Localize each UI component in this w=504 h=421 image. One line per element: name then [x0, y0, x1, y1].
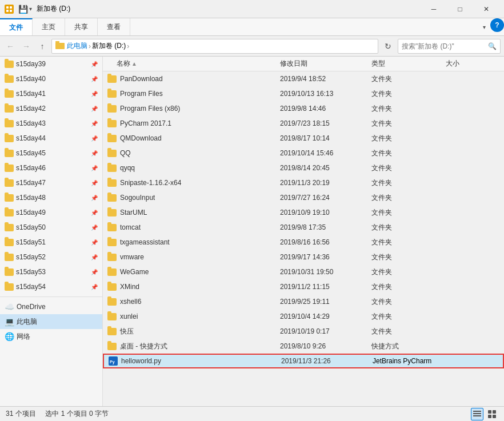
- sidebar-item-s15day40[interactable]: s15day40📌: [0, 71, 102, 86]
- table-row[interactable]: QQ 2019/10/14 15:46 文件夹: [103, 146, 504, 161]
- file-name: Program Files (x86): [120, 105, 180, 113]
- sidebar-label: s15day39: [16, 60, 89, 68]
- sidebar-item-s15day48[interactable]: s15day48📌: [0, 190, 102, 205]
- file-list-header: 名称 ▲ 修改日期 类型 大小: [103, 57, 504, 71]
- maximize-button[interactable]: □: [447, 0, 473, 18]
- table-row[interactable]: qyqq 2019/8/14 20:45 文件夹: [103, 161, 504, 175]
- sidebar-item-s15day47[interactable]: s15day47📌: [0, 175, 102, 190]
- table-row[interactable]: QMDownload 2019/8/17 10:14 文件夹: [103, 131, 504, 146]
- sidebar-item-网络[interactable]: 🌐网络: [0, 329, 102, 344]
- network-icon: 🌐: [5, 332, 14, 341]
- svg-text:Py: Py: [110, 360, 115, 364]
- sidebar-item-s15day39[interactable]: s15day39📌: [0, 57, 102, 71]
- file-date: 2019/9/17 14:36: [280, 253, 330, 261]
- table-row[interactable]: 快压 2019/10/19 0:17 文件夹: [103, 324, 504, 339]
- table-row[interactable]: StarUML 2019/10/9 19:10 文件夹: [103, 205, 504, 220]
- close-button[interactable]: ✕: [473, 0, 499, 18]
- header-size[interactable]: 大小: [446, 59, 498, 69]
- sidebar-item-s15day50[interactable]: s15day50📌: [0, 220, 102, 235]
- breadcrumb-part2[interactable]: 新加卷 (D:): [92, 41, 126, 51]
- table-row[interactable]: PyCharm 2017.1 2019/7/23 18:15 文件夹: [103, 116, 504, 131]
- table-row[interactable]: tomcat 2019/9/8 17:35 文件夹: [103, 220, 504, 235]
- back-button[interactable]: ←: [3, 39, 17, 53]
- pin-icon: 📌: [91, 121, 98, 127]
- file-type: 文件夹: [371, 282, 392, 292]
- sidebar-item-s15day49[interactable]: s15day49📌: [0, 205, 102, 220]
- tab-share[interactable]: 共享: [65, 18, 98, 35]
- help-button[interactable]: ?: [490, 18, 504, 32]
- table-row[interactable]: Program Files (x86) 2019/9/8 14:46 文件夹: [103, 101, 504, 116]
- file-date: 2019/10/19 0:17: [280, 327, 330, 335]
- sidebar-item-OneDrive[interactable]: ☁️OneDrive: [0, 299, 102, 314]
- sidebar-item-s15day45[interactable]: s15day45📌: [0, 146, 102, 161]
- folder-icon: [5, 239, 14, 246]
- header-type[interactable]: 类型: [371, 59, 446, 69]
- header-date[interactable]: 修改日期: [280, 59, 371, 69]
- table-row[interactable]: 桌面 - 快捷方式 2019/8/10 9:26 快捷方式: [103, 339, 504, 354]
- file-date-cell: 2019/10/13 16:13: [280, 90, 371, 98]
- svg-rect-3: [10, 10, 12, 12]
- svg-rect-1: [10, 6, 12, 9]
- svg-rect-5: [55, 43, 59, 45]
- sidebar-item-s15day44[interactable]: s15day44📌: [0, 131, 102, 146]
- sidebar-item-s15day51[interactable]: s15day51📌: [0, 235, 102, 250]
- file-name-cell: PyCharm 2017.1: [103, 119, 280, 127]
- view-large-icons-button[interactable]: [486, 408, 498, 420]
- quick-save-icon[interactable]: 💾: [18, 5, 28, 14]
- file-date-cell: 2019/9/17 14:36: [280, 253, 371, 261]
- address-icon: [55, 41, 65, 51]
- address-path[interactable]: 此电脑 › 新加卷 (D:) ›: [51, 39, 378, 54]
- folder-icon: [107, 328, 117, 335]
- minimize-button[interactable]: ─: [421, 0, 447, 18]
- file-date-cell: 2019/9/4 18:52: [280, 75, 371, 83]
- file-type: 文件夹: [371, 223, 392, 232]
- table-row[interactable]: WeGame 2019/10/31 19:50 文件夹: [103, 264, 504, 279]
- sidebar-item-s15day42[interactable]: s15day42📌: [0, 101, 102, 116]
- table-row[interactable]: txgameassistant 2019/8/16 16:56 文件夹: [103, 235, 504, 250]
- file-date-cell: 2019/10/14 15:46: [280, 149, 371, 157]
- table-row[interactable]: XMind 2019/11/2 11:15 文件夹: [103, 279, 504, 294]
- tab-home[interactable]: 主页: [33, 18, 65, 35]
- table-row[interactable]: vmware 2019/9/17 14:36 文件夹: [103, 250, 504, 264]
- sidebar-item-s15day46[interactable]: s15day46📌: [0, 161, 102, 175]
- table-row[interactable]: Program Files 2019/10/13 16:13 文件夹: [103, 86, 504, 101]
- sidebar-label: s15day51: [16, 238, 89, 246]
- table-row[interactable]: Snipaste-1.16.2-x64 2019/11/3 20:19 文件夹: [103, 175, 504, 190]
- table-row[interactable]: xshell6 2019/9/25 19:11 文件夹: [103, 294, 504, 309]
- file-name: txgameassistant: [120, 238, 170, 246]
- file-date: 2019/9/4 18:52: [280, 75, 326, 83]
- sidebar-item-s15day52[interactable]: s15day52📌: [0, 250, 102, 264]
- table-row[interactable]: xunlei 2019/10/4 14:29 文件夹: [103, 309, 504, 324]
- quick-dropdown-icon[interactable]: ▾: [29, 6, 32, 12]
- file-date-cell: 2019/10/4 14:29: [280, 312, 371, 320]
- header-name[interactable]: 名称 ▲: [103, 59, 280, 69]
- tab-view[interactable]: 查看: [98, 18, 130, 35]
- sidebar-item-s15day54[interactable]: s15day54📌: [0, 279, 102, 294]
- search-box[interactable]: 🔍: [398, 39, 501, 54]
- file-date: 2019/8/17 10:14: [280, 134, 330, 142]
- status-item-count: 31 个项目 选中 1 个项目 0 字节: [6, 409, 471, 419]
- file-type-cell: 文件夹: [371, 223, 446, 232]
- file-type-cell: 文件夹: [371, 238, 446, 247]
- tab-file[interactable]: 文件: [0, 18, 33, 35]
- table-row[interactable]: SogouInput 2019/7/27 16:24 文件夹: [103, 190, 504, 205]
- ribbon-collapse-icon[interactable]: ▾: [483, 24, 486, 30]
- search-input[interactable]: [402, 42, 488, 50]
- table-row[interactable]: Py helloworld.py 2019/11/3 21:26 JetBrai…: [103, 354, 504, 368]
- table-row[interactable]: PanDownload 2019/9/4 18:52 文件夹: [103, 71, 504, 86]
- sidebar-item-此电脑[interactable]: 💻此电脑: [0, 314, 102, 329]
- refresh-button[interactable]: ↻: [381, 39, 395, 54]
- file-date: 2019/9/8 17:35: [280, 223, 326, 231]
- sidebar-label: s15day43: [16, 119, 89, 127]
- file-name-cell: qyqq: [103, 164, 280, 172]
- breadcrumb-part1[interactable]: 此电脑: [67, 41, 87, 51]
- sidebar-item-s15day41[interactable]: s15day41📌: [0, 86, 102, 101]
- sidebar-item-s15day43[interactable]: s15day43📌: [0, 116, 102, 131]
- file-date-cell: 2019/11/2 11:15: [280, 283, 371, 291]
- view-details-button[interactable]: [471, 408, 483, 420]
- sidebar-item-s15day53[interactable]: s15day53📌: [0, 264, 102, 279]
- up-button[interactable]: ↑: [35, 39, 49, 53]
- file-type: 文件夹: [371, 178, 392, 188]
- forward-button[interactable]: →: [19, 39, 33, 53]
- file-name: xshell6: [120, 298, 141, 306]
